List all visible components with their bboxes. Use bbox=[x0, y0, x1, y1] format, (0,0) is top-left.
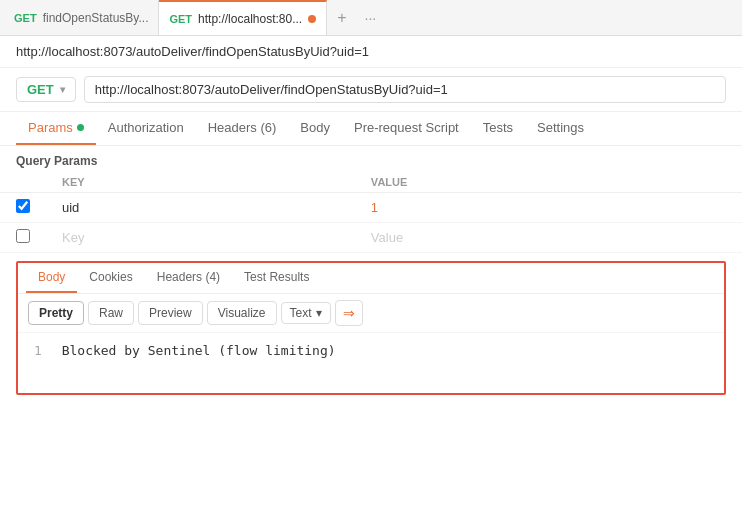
wrap-icon: ⇒ bbox=[343, 305, 355, 321]
tab-params-label: Params bbox=[28, 120, 73, 135]
tab-tests[interactable]: Tests bbox=[471, 112, 525, 145]
tab-settings-label: Settings bbox=[537, 120, 584, 135]
line-number-1: 1 bbox=[34, 343, 42, 358]
tab1-label: findOpenStatusBy... bbox=[43, 11, 149, 25]
row1-key: uid bbox=[46, 193, 355, 223]
format-visualize-button[interactable]: Visualize bbox=[207, 301, 277, 325]
tab-headers[interactable]: Headers (6) bbox=[196, 112, 289, 145]
table-row: uid 1 bbox=[0, 193, 742, 223]
params-col-check bbox=[0, 172, 46, 193]
method-chevron: ▾ bbox=[60, 84, 65, 95]
tab-authorization-label: Authorization bbox=[108, 120, 184, 135]
tab2-method: GET bbox=[169, 13, 192, 25]
format-raw-button[interactable]: Raw bbox=[88, 301, 134, 325]
text-chevron-icon: ▾ bbox=[316, 306, 322, 320]
request-tabs-nav: Params Authorization Headers (6) Body Pr… bbox=[0, 112, 742, 146]
tab-tests-label: Tests bbox=[483, 120, 513, 135]
response-tabs: Body Cookies Headers (4) Test Results bbox=[18, 263, 724, 294]
params-dot bbox=[77, 124, 84, 131]
params-col-key: KEY bbox=[46, 172, 355, 193]
query-params-title: Query Params bbox=[0, 146, 742, 172]
response-tab-body[interactable]: Body bbox=[26, 263, 77, 293]
text-format-select[interactable]: Text ▾ bbox=[281, 302, 331, 324]
tab-headers-label: Headers (6) bbox=[208, 120, 277, 135]
tab2-label: http://localhost:80... bbox=[198, 12, 302, 26]
text-format-label: Text bbox=[290, 306, 312, 320]
tab-body-label: Body bbox=[300, 120, 330, 135]
table-row: Key Value bbox=[0, 223, 742, 253]
tab2-dot bbox=[308, 15, 316, 23]
more-tabs-button[interactable]: ··· bbox=[357, 10, 385, 26]
url-display: http://localhost:8073/autoDeliver/findOp… bbox=[0, 36, 742, 68]
params-table: KEY VALUE uid 1 Key Value bbox=[0, 172, 742, 253]
request-bar: GET ▾ bbox=[0, 68, 742, 112]
wrap-button[interactable]: ⇒ bbox=[335, 300, 363, 326]
resp-tab-testresults-label: Test Results bbox=[244, 270, 309, 284]
format-preview-button[interactable]: Preview bbox=[138, 301, 203, 325]
tab-params[interactable]: Params bbox=[16, 112, 96, 145]
resp-tab-body-label: Body bbox=[38, 270, 65, 284]
row2-checkbox[interactable] bbox=[16, 229, 30, 243]
tab-bar: GET findOpenStatusBy... GET http://local… bbox=[0, 0, 742, 36]
response-tab-cookies[interactable]: Cookies bbox=[77, 263, 144, 293]
resp-tab-headers-label: Headers (4) bbox=[157, 270, 220, 284]
row2-key: Key bbox=[46, 223, 355, 253]
tab-authorization[interactable]: Authorization bbox=[96, 112, 196, 145]
tab-body[interactable]: Body bbox=[288, 112, 342, 145]
format-pretty-button[interactable]: Pretty bbox=[28, 301, 84, 325]
response-tab-testresults[interactable]: Test Results bbox=[232, 263, 321, 293]
tab-settings[interactable]: Settings bbox=[525, 112, 596, 145]
row1-value: 1 bbox=[355, 193, 742, 223]
response-body: 1 Blocked by Sentinel (flow limiting) bbox=[18, 333, 724, 393]
tab-prerequest-label: Pre-request Script bbox=[354, 120, 459, 135]
method-select[interactable]: GET ▾ bbox=[16, 77, 76, 102]
url-input[interactable] bbox=[84, 76, 726, 103]
resp-tab-cookies-label: Cookies bbox=[89, 270, 132, 284]
add-tab-button[interactable]: + bbox=[327, 9, 356, 27]
tab-localhost[interactable]: GET http://localhost:80... bbox=[159, 0, 327, 35]
response-toolbar: Pretty Raw Preview Visualize Text ▾ ⇒ bbox=[18, 294, 724, 333]
tab-findopenstatus[interactable]: GET findOpenStatusBy... bbox=[4, 0, 159, 35]
params-col-value: VALUE bbox=[355, 172, 742, 193]
response-section: Body Cookies Headers (4) Test Results Pr… bbox=[16, 261, 726, 395]
tab-prerequest[interactable]: Pre-request Script bbox=[342, 112, 471, 145]
tab1-method: GET bbox=[14, 12, 37, 24]
response-body-line1: Blocked by Sentinel (flow limiting) bbox=[62, 343, 336, 358]
method-label: GET bbox=[27, 82, 54, 97]
response-tab-headers[interactable]: Headers (4) bbox=[145, 263, 232, 293]
row1-checkbox[interactable] bbox=[16, 199, 30, 213]
url-display-text: http://localhost:8073/autoDeliver/findOp… bbox=[16, 44, 369, 59]
row2-value: Value bbox=[355, 223, 742, 253]
